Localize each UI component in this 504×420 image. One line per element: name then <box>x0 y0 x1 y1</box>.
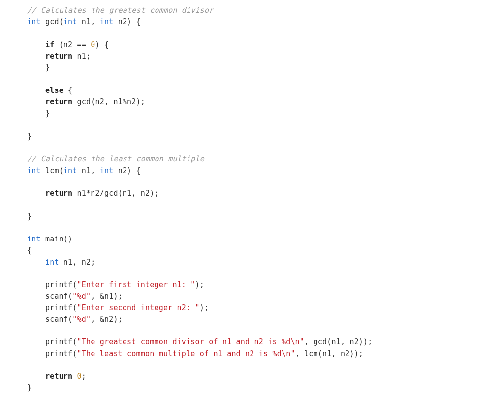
code-line: // Calculates the least common multiple <box>27 153 504 165</box>
code-token: 0 <box>91 40 95 49</box>
code-line: return gcd(n2, n1%n2); <box>27 96 504 108</box>
code-block: // Calculates the greatest common diviso… <box>0 0 504 394</box>
code-line: { <box>27 245 504 256</box>
code-token: n1*n2/gcd(n1, n2); <box>72 189 158 198</box>
code-line <box>27 28 504 39</box>
code-line: return 0; <box>27 371 504 382</box>
code-token: "%d" <box>72 315 91 324</box>
code-token: ) { <box>95 40 109 49</box>
code-token: return <box>45 52 72 60</box>
code-token: n1, <box>77 17 100 26</box>
code-token: int <box>100 17 114 26</box>
code-token: , gcd(n1, n2)); <box>304 337 372 346</box>
code-line: } <box>27 382 504 393</box>
code-token: "%d" <box>72 292 91 300</box>
code-token: printf( <box>27 303 77 312</box>
code-token: (n2 == <box>54 40 91 49</box>
code-line: } <box>27 131 504 142</box>
code-token: int <box>27 17 41 26</box>
code-line: printf("The greatest common divisor of n… <box>27 336 504 348</box>
code-token: return <box>45 372 72 381</box>
code-line: scanf("%d", &n2); <box>27 314 504 325</box>
code-line: else { <box>27 85 504 96</box>
code-line: int lcm(int n1, int n2) { <box>27 165 504 177</box>
code-line <box>27 142 504 153</box>
code-token: return <box>45 189 72 198</box>
code-token: n1, <box>77 166 100 175</box>
code-token: { <box>27 246 32 255</box>
code-token <box>27 372 45 381</box>
code-token: 0 <box>77 372 82 381</box>
code-line <box>27 268 504 279</box>
code-token: , &n2); <box>91 315 123 324</box>
code-token: } <box>27 383 32 392</box>
code-token <box>27 40 45 49</box>
code-token: "The least common multiple of n1 and n2 … <box>77 349 295 358</box>
code-token <box>27 52 45 60</box>
code-token <box>72 372 77 381</box>
code-line: int n1, n2; <box>27 257 504 268</box>
code-token: main() <box>41 235 73 243</box>
code-token: printf( <box>27 349 77 358</box>
code-token: ); <box>195 280 204 289</box>
code-token: // Calculates the greatest common diviso… <box>27 6 213 15</box>
code-token: n1; <box>72 52 91 60</box>
code-line: printf("Enter second integer n2: "); <box>27 302 504 314</box>
code-token: { <box>63 86 72 95</box>
code-line: int main() <box>27 234 504 245</box>
code-line <box>27 74 504 85</box>
code-token: int <box>27 235 41 243</box>
code-token: printf( <box>27 280 77 289</box>
code-token: "Enter first integer n1: " <box>77 280 195 289</box>
code-token: printf( <box>27 337 77 346</box>
code-line <box>27 177 504 188</box>
code-line: int gcd(int n1, int n2) { <box>27 16 504 28</box>
code-line: } <box>27 108 504 119</box>
code-line <box>27 325 504 336</box>
code-token <box>27 86 45 95</box>
code-line: return n1; <box>27 51 504 62</box>
code-token: "The greatest common divisor of n1 and n… <box>77 337 305 346</box>
code-line: } <box>27 211 504 222</box>
code-token: n2) { <box>113 17 140 26</box>
code-token: ; <box>82 372 86 381</box>
code-token: n1, n2; <box>59 258 95 267</box>
code-token: scanf( <box>27 292 72 300</box>
code-token: int <box>45 258 59 267</box>
code-token: return <box>45 97 72 106</box>
code-token: int <box>27 166 41 175</box>
code-token: lcm( <box>41 166 63 175</box>
code-line <box>27 199 504 210</box>
code-token <box>27 189 45 198</box>
code-line <box>27 360 504 371</box>
code-token: ); <box>200 303 209 312</box>
code-token <box>27 97 45 106</box>
code-line: printf("Enter first integer n1: "); <box>27 279 504 291</box>
code-token: int <box>63 166 77 175</box>
code-token: } <box>27 132 32 141</box>
code-line: printf("The least common multiple of n1 … <box>27 348 504 360</box>
code-token: , lcm(n1, n2)); <box>295 349 363 358</box>
code-token: , &n1); <box>91 292 123 300</box>
code-token: } <box>27 212 32 221</box>
code-token <box>27 258 45 267</box>
code-line <box>27 120 504 131</box>
code-token: if <box>45 40 54 49</box>
code-token: gcd( <box>41 17 63 26</box>
code-token: else <box>45 86 63 95</box>
code-line: return n1*n2/gcd(n1, n2); <box>27 188 504 199</box>
code-line: } <box>27 62 504 73</box>
code-token: } <box>27 109 50 118</box>
code-token: gcd(n2, n1%n2); <box>72 97 145 106</box>
code-token: } <box>27 63 50 72</box>
code-token: scanf( <box>27 315 72 324</box>
code-line: scanf("%d", &n1); <box>27 291 504 302</box>
code-token: "Enter second integer n2: " <box>77 303 200 312</box>
code-token: int <box>100 166 114 175</box>
code-line: // Calculates the greatest common diviso… <box>27 5 504 16</box>
code-token: int <box>63 17 77 26</box>
code-line: if (n2 == 0) { <box>27 39 504 51</box>
code-line <box>27 222 504 234</box>
code-token: n2) { <box>113 166 140 175</box>
code-token: // Calculates the least common multiple <box>27 154 204 163</box>
